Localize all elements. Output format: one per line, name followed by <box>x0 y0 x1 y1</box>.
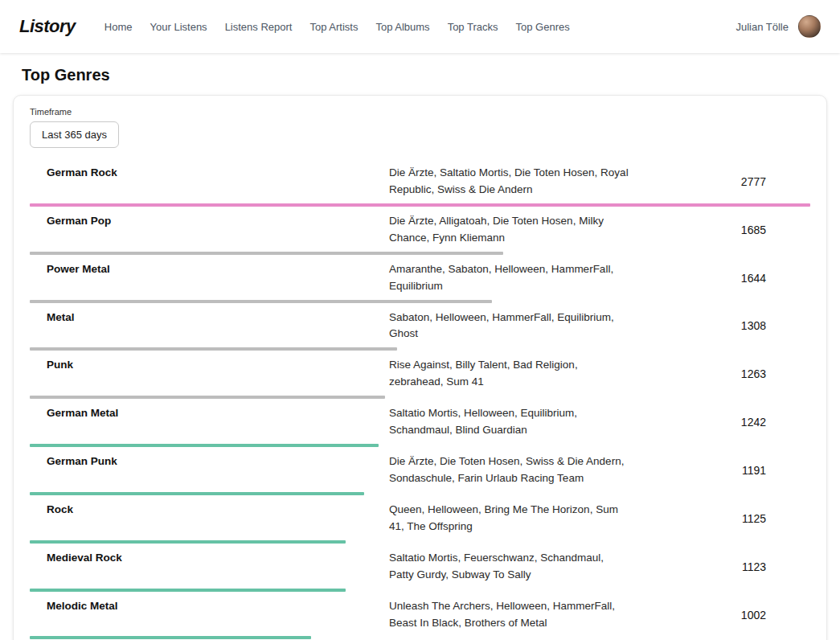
page-title: Top Genres <box>22 66 827 84</box>
genre-count: 1644 <box>630 272 810 285</box>
genre-row: Metal Sabaton, Helloween, HammerFall, Eq… <box>30 303 810 351</box>
genre-name: German Metal <box>30 405 389 439</box>
top-genres-card: Timeframe Last 365 days German Rock Die … <box>13 95 827 640</box>
top-nav: Listory HomeYour ListensListens ReportTo… <box>0 0 840 53</box>
genre-row: German Rock Die Ärzte, Saltatio Mortis, … <box>30 158 810 207</box>
genre-count: 1263 <box>630 367 810 380</box>
genre-row: German Pop Die Ärzte, Alligatoah, Die To… <box>30 207 810 255</box>
nav-item-top-tracks[interactable]: Top Tracks <box>448 21 498 33</box>
genre-row: Rock Queen, Helloween, Bring Me The Hori… <box>30 495 810 544</box>
user-name[interactable]: Julian Tölle <box>736 21 789 33</box>
nav-item-top-artists[interactable]: Top Artists <box>309 21 358 33</box>
genre-artists: Amaranthe, Sabaton, Helloween, HammerFal… <box>389 261 630 295</box>
timeframe-select[interactable]: Last 365 days <box>30 121 119 148</box>
genre-count: 1002 <box>630 609 810 622</box>
genre-artists: Rise Against, Billy Talent, Bad Religion… <box>389 357 630 391</box>
nav-item-top-genres[interactable]: Top Genres <box>515 21 569 33</box>
nav-item-home[interactable]: Home <box>104 21 133 33</box>
app-logo[interactable]: Listory <box>19 16 76 37</box>
genre-count: 1123 <box>630 560 810 573</box>
genre-count: 1242 <box>630 416 810 429</box>
genre-row: Medieval Rock Saltatio Mortis, Feuerschw… <box>30 544 810 592</box>
genre-artists: Die Ärzte, Saltatio Mortis, Die Toten Ho… <box>389 165 630 199</box>
main-content: Top Genres Timeframe Last 365 days Germa… <box>0 53 840 640</box>
genre-name: Punk <box>30 357 389 391</box>
genre-artists: Saltatio Mortis, Feuerschwanz, Schandmau… <box>389 550 630 584</box>
genre-count: 1308 <box>630 319 810 332</box>
genre-artists: Saltatio Mortis, Helloween, Equilibrium,… <box>389 405 630 439</box>
genre-count: 1685 <box>630 224 810 236</box>
genre-name: Metal <box>30 310 389 343</box>
genre-artists: Die Ärzte, Die Toten Hosen, Swiss & Die … <box>389 453 630 487</box>
genre-row: German Punk Die Ärzte, Die Toten Hosen, … <box>30 447 810 495</box>
timeframe-selected-value: Last 365 days <box>42 129 107 141</box>
nav-links: HomeYour ListensListens ReportTop Artist… <box>104 21 570 33</box>
genre-name: Melodic Metal <box>30 598 389 632</box>
genre-artists: Unleash The Archers, Helloween, HammerFa… <box>389 598 630 632</box>
timeframe-filter: Timeframe Last 365 days <box>30 107 810 148</box>
genre-count: 1125 <box>630 512 810 525</box>
genre-count: 1191 <box>630 464 810 477</box>
genre-name: Rock <box>30 502 389 535</box>
user-area: Julian Tölle <box>736 15 821 38</box>
genre-row: Power Metal Amaranthe, Sabaton, Hellowee… <box>30 255 810 303</box>
user-avatar[interactable] <box>798 15 821 38</box>
genre-name: German Punk <box>30 453 389 487</box>
genre-artists: Sabaton, Helloween, HammerFall, Equilibr… <box>389 310 630 343</box>
genre-count: 2777 <box>630 175 810 188</box>
genre-name: German Pop <box>30 213 389 247</box>
genre-row: Melodic Metal Unleash The Archers, Hello… <box>30 592 810 640</box>
genre-artists: Die Ärzte, Alligatoah, Die Toten Hosen, … <box>389 213 630 247</box>
genre-name: German Rock <box>30 165 389 199</box>
nav-item-top-albums[interactable]: Top Albums <box>375 21 429 33</box>
genre-name: Power Metal <box>30 261 389 295</box>
genre-row: Punk Rise Against, Billy Talent, Bad Rel… <box>30 351 810 399</box>
genre-row: German Metal Saltatio Mortis, Helloween,… <box>30 399 810 447</box>
nav-item-listens-report[interactable]: Listens Report <box>225 21 293 33</box>
genre-artists: Queen, Helloween, Bring Me The Horizon, … <box>389 502 630 535</box>
nav-item-your-listens[interactable]: Your Listens <box>150 21 207 33</box>
genre-name: Medieval Rock <box>30 550 389 584</box>
genre-table: German Rock Die Ärzte, Saltatio Mortis, … <box>30 158 810 640</box>
timeframe-label: Timeframe <box>30 107 810 117</box>
